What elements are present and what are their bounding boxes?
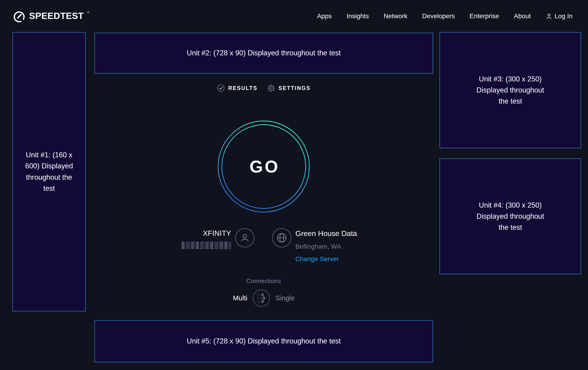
login-link[interactable]: Log In	[546, 13, 573, 20]
connections-single-option[interactable]: Single	[275, 294, 294, 302]
view-tabs: RESULTS SETTINGS	[94, 83, 433, 94]
tab-results[interactable]: RESULTS	[217, 84, 258, 92]
ad-unit-2-text: Unit #2: (728 x 90) Displayed throughout…	[187, 48, 341, 59]
speedometer-gauge-icon	[12, 10, 26, 23]
server-name: Green House Data	[295, 229, 357, 238]
ad-unit-5-text: Unit #5: (728 x 90) Displayed throughout…	[187, 336, 341, 347]
isp-block: XFINITY	[162, 229, 254, 249]
nav-item-about[interactable]: About	[514, 13, 531, 19]
go-button[interactable]: GO	[218, 120, 310, 213]
ad-unit-3-text: Unit #3: (300 x 250) Displayed throughou…	[471, 74, 550, 107]
nav-item-network[interactable]: Network	[384, 13, 407, 19]
nav-item-insights[interactable]: Insights	[347, 13, 369, 19]
nav-item-enterprise[interactable]: Enterprise	[470, 13, 499, 19]
header: SPEEDTEST ® Apps Insights Network Develo…	[0, 0, 588, 32]
server-location: Bellingham, WA	[295, 243, 341, 250]
globe-icon	[277, 233, 287, 243]
ad-unit-1[interactable]: Unit #1: (160 x 600) Displayed throughou…	[12, 32, 86, 311]
settings-tab-label: SETTINGS	[279, 85, 311, 91]
server-info: Green House Data Bellingham, WA Change S…	[295, 229, 357, 263]
results-tab-label: RESULTS	[228, 85, 258, 91]
connections-row: Multi Single	[94, 289, 433, 307]
isp-info: XFINITY	[181, 229, 231, 249]
login-label: Log In	[555, 13, 573, 19]
nav-item-developers[interactable]: Developers	[422, 13, 455, 19]
gear-icon	[267, 84, 275, 92]
server-block: Green House Data Bellingham, WA Change S…	[272, 229, 357, 263]
speedtest-logo[interactable]: SPEEDTEST ®	[12, 9, 89, 23]
ad-unit-4[interactable]: Unit #4: (300 x 250) Displayed throughou…	[440, 159, 581, 274]
ad-unit-2[interactable]: Unit #2: (728 x 90) Displayed throughout…	[94, 33, 433, 74]
ad-unit-5[interactable]: Unit #5: (728 x 90) Displayed throughout…	[94, 320, 433, 362]
connections-toggle[interactable]	[252, 289, 270, 307]
connections-multi-option[interactable]: Multi	[233, 294, 247, 302]
server-globe-badge	[272, 228, 292, 248]
isp-name: XFINITY	[203, 229, 231, 238]
isp-avatar	[235, 228, 254, 248]
tab-settings[interactable]: SETTINGS	[267, 84, 311, 92]
multi-arrows-icon	[252, 289, 270, 307]
user-icon	[546, 13, 552, 20]
ad-unit-1-text: Unit #1: (160 x 600) Displayed throughou…	[25, 150, 74, 194]
logo-wordmark: SPEEDTEST	[29, 9, 84, 23]
connections-title: Connections	[94, 278, 433, 285]
nav-item-apps[interactable]: Apps	[317, 13, 332, 19]
ad-unit-3[interactable]: Unit #3: (300 x 250) Displayed throughou…	[440, 32, 581, 148]
check-circle-icon	[217, 84, 225, 92]
main-nav: Apps Insights Network Developers Enterpr…	[317, 13, 573, 20]
ad-unit-4-text: Unit #4: (300 x 250) Displayed throughou…	[471, 200, 550, 233]
change-server-link[interactable]: Change Server	[295, 255, 339, 263]
person-icon	[240, 233, 250, 243]
go-button-label: GO	[218, 120, 310, 213]
isp-details-redacted	[181, 241, 231, 249]
speedtest-page: SPEEDTEST ® Apps Insights Network Develo…	[0, 0, 588, 370]
trademark-symbol: ®	[87, 11, 89, 14]
